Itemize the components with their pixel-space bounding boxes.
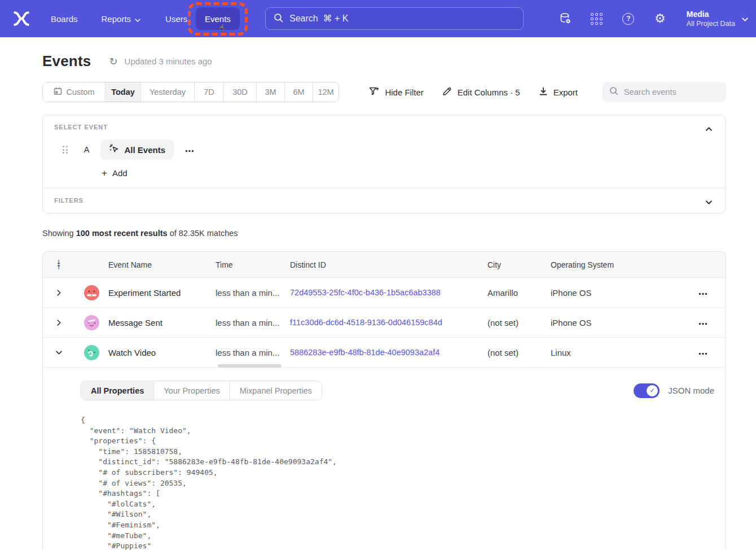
nav-item-boards[interactable]: Boards	[51, 14, 78, 24]
help-icon[interactable]: ?	[621, 11, 636, 26]
distinct-id-link[interactable]: 5886283e-e9fb-48fb-81de-40e9093a2af4	[290, 348, 487, 357]
event-selector-button[interactable]: All Events	[100, 139, 174, 160]
table-row-expanded: Watch Video less than a min... 5886283e-…	[43, 338, 726, 368]
settings-gear-icon[interactable]: ⚙	[653, 11, 667, 26]
results-count: 100 most recent results	[76, 229, 168, 238]
chevron-up-icon	[706, 124, 712, 133]
apps-grid-icon[interactable]	[590, 11, 604, 26]
event-row-letter: A	[83, 145, 91, 154]
col-city: City	[487, 260, 551, 269]
refresh-button[interactable]: ↻	[109, 56, 117, 67]
chevron-down-icon	[706, 198, 712, 206]
hide-filter-button[interactable]: Hide Filter	[369, 86, 423, 98]
event-city: (not set)	[487, 318, 551, 328]
global-search-input[interactable]	[289, 14, 515, 24]
event-os: iPhone OS	[551, 318, 663, 328]
chevron-down-icon	[56, 351, 62, 355]
collapse-row-button[interactable]	[54, 348, 64, 357]
table-row: Experiment Started less than a min... 72…	[43, 278, 726, 308]
chevron-right-icon	[57, 290, 61, 296]
ellipsis-icon	[698, 293, 707, 295]
results-summary: Showing 100 most recent results of 82.35…	[42, 229, 726, 238]
chevron-right-icon	[57, 320, 61, 326]
ellipsis-icon	[185, 150, 194, 152]
table-row: Message Sent less than a min... f11c30d6…	[43, 308, 726, 338]
date-range-12m[interactable]: 12M	[313, 82, 339, 102]
date-range-today[interactable]: Today	[105, 82, 140, 102]
event-name: Experiment Started	[108, 288, 216, 298]
col-time: Time	[216, 260, 290, 269]
events-search-input[interactable]	[624, 88, 729, 97]
chevron-down-icon	[742, 14, 748, 24]
expand-row-button[interactable]	[55, 287, 63, 298]
mixpanel-logo-icon[interactable]	[12, 10, 30, 27]
expand-row-button[interactable]	[55, 317, 63, 328]
collapse-all-rows-button[interactable]: ↓↑	[56, 260, 61, 270]
events-table: ↓↑ Event Name Time Distinct ID City Oper…	[42, 251, 726, 550]
date-range-picker: Custom Today Yesterday 7D 30D 3M 6M 12M	[42, 82, 339, 102]
collapse-section-button[interactable]	[702, 121, 715, 136]
nav-item-reports[interactable]: Reports	[102, 14, 141, 24]
date-range-30d[interactable]: 30D	[223, 82, 256, 102]
edit-columns-button[interactable]: Edit Columns · 5	[442, 86, 520, 98]
tab-all-properties[interactable]: All Properties	[81, 381, 153, 400]
pencil-icon	[442, 86, 452, 98]
distinct-id-link[interactable]: f11c30d6-dc6d-4518-9136-0d046159c84d	[290, 318, 487, 327]
refresh-icon: ↻	[109, 55, 117, 67]
date-range-7d[interactable]: 7D	[194, 82, 223, 102]
search-icon	[609, 86, 618, 98]
project-switcher[interactable]: Media All Project Data	[687, 9, 748, 28]
col-os: Operating System	[551, 260, 663, 269]
export-button[interactable]: Export	[539, 87, 578, 98]
filter-funnel-icon	[369, 86, 379, 98]
nav-item-users[interactable]: Users	[165, 14, 187, 24]
global-search[interactable]	[265, 7, 524, 30]
select-event-label: SELECT EVENT	[54, 124, 714, 130]
events-search[interactable]	[603, 82, 726, 102]
event-avatar	[84, 345, 99, 360]
project-scope: All Project Data	[687, 19, 735, 28]
json-mode-toggle[interactable]: ✓	[634, 383, 660, 398]
drag-handle-icon[interactable]	[63, 146, 68, 154]
expand-filters-button[interactable]	[702, 194, 715, 209]
event-more-button[interactable]	[182, 142, 197, 158]
tab-mixpanel-properties[interactable]: Mixpanel Properties	[230, 381, 322, 400]
toggle-knob: ✓	[647, 385, 658, 396]
filters-section[interactable]: FILTERS	[43, 188, 726, 213]
row-more-button[interactable]	[696, 346, 710, 359]
date-range-6m[interactable]: 6M	[284, 82, 313, 102]
col-event-name: Event Name	[108, 260, 216, 269]
event-row: A All Events	[54, 139, 714, 160]
query-builder-card: SELECT EVENT A All Events	[42, 115, 726, 213]
event-time: less than a min...	[216, 318, 290, 328]
chevron-down-icon	[135, 14, 140, 24]
add-event-button[interactable]: + Add	[102, 168, 128, 178]
distinct-id-link[interactable]: 72d49553-25fc-4f0c-b436-1b5ac6ab3388	[290, 288, 487, 297]
event-detail-panel: All Properties Your Properties Mixpanel …	[43, 368, 726, 550]
download-icon	[539, 87, 548, 98]
event-json-content: { "event": "Watch Video", "properties": …	[81, 415, 714, 550]
event-time: less than a min...	[216, 348, 290, 357]
tab-your-properties[interactable]: Your Properties	[153, 381, 229, 400]
row-more-button[interactable]	[696, 316, 710, 329]
nav-item-events[interactable]: Events	[196, 7, 240, 30]
plus-icon: +	[102, 168, 107, 178]
event-avatar	[84, 315, 99, 330]
project-name: Media	[687, 9, 735, 19]
event-time: less than a min...	[216, 288, 290, 298]
page-title: Events	[42, 53, 91, 70]
event-avatar	[84, 285, 99, 300]
ellipsis-icon	[698, 352, 707, 355]
event-name: Watch Video	[108, 348, 216, 357]
date-range-yesterday[interactable]: Yesterday	[140, 82, 194, 102]
data-management-icon[interactable]	[558, 11, 573, 26]
calendar-icon	[54, 87, 62, 97]
row-more-button[interactable]	[696, 286, 710, 299]
top-navbar: Boards Reports Users Events ☝ ?	[0, 0, 756, 37]
page-header: Events ↻ Updated 3 minutes ago	[42, 53, 726, 70]
select-event-section: SELECT EVENT A All Events	[43, 115, 726, 187]
horizontal-scrollbar[interactable]	[218, 364, 282, 368]
date-range-custom[interactable]: Custom	[43, 82, 105, 102]
date-range-3m[interactable]: 3M	[256, 82, 284, 102]
json-mode-label: JSON mode	[668, 386, 714, 395]
